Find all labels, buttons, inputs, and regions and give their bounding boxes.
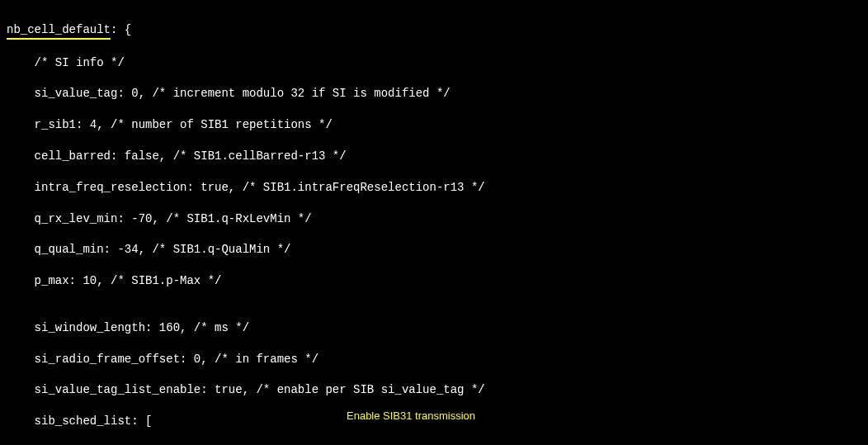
annotation-label: Enable SIB31 transmission [347,409,475,424]
code-line: q_qual_min: -34, /* SIB1.q-QualMin */ [7,242,861,258]
code-line: si_radio_frame_offset: 0, /* in frames *… [7,352,861,367]
code-line: si_window_length: 160, /* ms */ [7,320,861,336]
code-line: r_sib1: 4, /* number of SIB1 repetitions… [7,117,861,133]
code-line: p_max: 10, /* SIB1.p-Max */ [7,273,861,289]
code-line: intra_freq_reselection: true, /* SIB1.in… [7,180,861,196]
code-line: si_value_tag: 0, /* increment modulo 32 … [7,86,861,102]
code-line-header: nb_cell_default: { [7,22,861,40]
code-line: /* SI info */ [7,55,861,71]
code-line: q_rx_lev_min: -70, /* SIB1.q-RxLevMin */ [7,211,861,227]
header-suffix: : { [111,23,131,36]
code-line: cell_barred: false, /* SIB1.cellBarred-r… [7,149,861,164]
code-line: si_value_tag_list_enable: true, /* enabl… [7,382,861,398]
code-block: nb_cell_default: { /* SI info */ si_valu… [7,7,861,445]
header-underlined: nb_cell_default [7,22,111,40]
header-text: nb_cell_default [7,23,111,36]
